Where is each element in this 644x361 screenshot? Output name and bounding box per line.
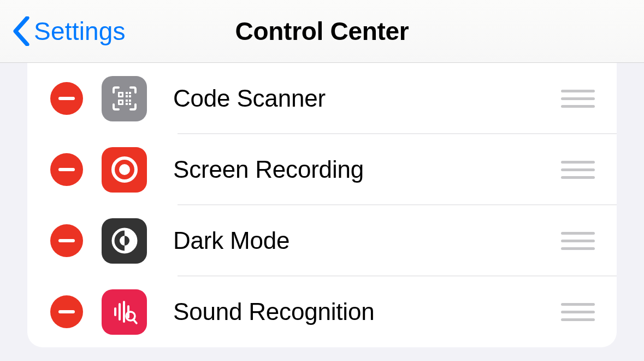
svg-point-13 [119,164,130,175]
svg-rect-4 [129,95,131,97]
content-area: Code Scanner Screen Recording [0,63,644,347]
drag-line-icon [561,168,595,171]
drag-line-icon [561,97,595,100]
svg-rect-2 [129,92,131,94]
drag-line-icon [561,311,595,313]
drag-line-icon [561,232,595,235]
control-row-dark-mode: Dark Mode [27,205,617,276]
svg-rect-3 [126,95,128,97]
svg-rect-7 [129,100,131,102]
svg-line-21 [133,319,137,323]
control-row-sound-recognition: Sound Recognition [27,276,617,347]
svg-rect-9 [129,103,131,105]
control-label: Dark Mode [173,227,561,254]
svg-rect-6 [126,100,128,102]
minus-icon [58,97,75,100]
drag-line-icon [561,90,595,92]
drag-handle[interactable] [561,232,595,250]
remove-button[interactable] [50,153,83,186]
control-label: Screen Recording [173,156,561,183]
remove-button[interactable] [50,224,83,257]
minus-icon [58,239,75,242]
svg-rect-8 [126,103,128,105]
minus-icon [58,310,75,313]
drag-line-icon [561,105,595,108]
control-row-screen-recording: Screen Recording [27,134,617,205]
screen-record-icon [102,147,147,193]
navigation-bar: Settings Control Center [0,0,644,63]
sound-recognition-icon [102,289,147,335]
svg-rect-10 [120,94,122,96]
drag-line-icon [561,161,595,164]
drag-handle[interactable] [561,161,595,179]
control-label: Sound Recognition [173,298,561,325]
remove-button[interactable] [50,82,83,115]
chevron-left-icon [12,16,31,46]
drag-line-icon [561,318,595,321]
drag-line-icon [561,176,595,179]
drag-line-icon [561,247,595,250]
control-label: Code Scanner [173,85,561,112]
page-title: Control Center [235,16,409,46]
dark-mode-icon [102,218,147,264]
back-label: Settings [34,16,126,46]
drag-line-icon [561,240,595,242]
svg-rect-11 [120,101,122,103]
included-controls-list: Code Scanner Screen Recording [27,63,617,347]
drag-handle[interactable] [561,303,595,321]
svg-rect-1 [126,92,128,94]
minus-icon [58,168,75,171]
control-row-code-scanner: Code Scanner [27,63,617,134]
back-button[interactable]: Settings [12,16,126,46]
qr-scanner-icon [102,76,147,121]
remove-button[interactable] [50,295,83,328]
drag-handle[interactable] [561,90,595,108]
drag-line-icon [561,303,595,306]
